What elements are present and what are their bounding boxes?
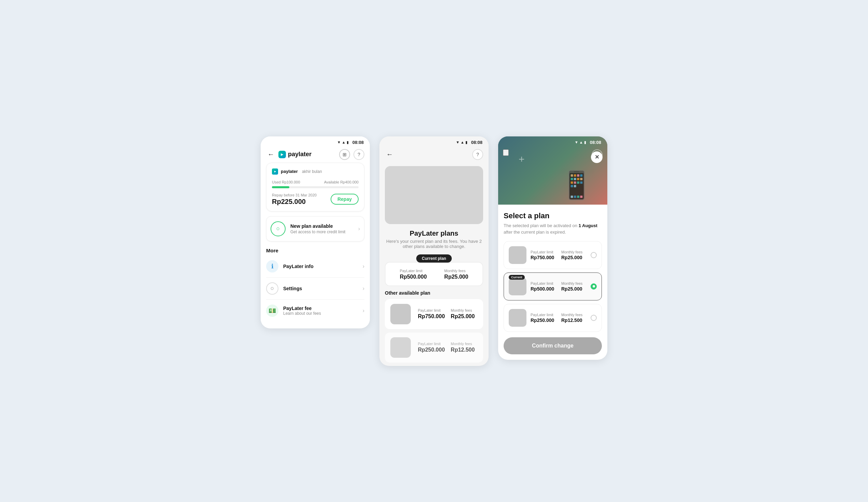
logo-area: paylater — [278, 151, 311, 158]
repay-button[interactable]: Repay — [331, 194, 359, 205]
plan-option-1[interactable]: Current PayLater limit Rp500.000 Monthly… — [504, 272, 602, 301]
back-button-3[interactable]: ← — [503, 149, 509, 156]
hero-plus-icon: + — [519, 154, 525, 165]
screen-2-content: PayLater plans Here's your current plan … — [380, 224, 488, 363]
plan-opt-limit-1: PayLater limit Rp500.000 — [530, 281, 556, 292]
confirm-change-button[interactable]: Confirm change — [504, 337, 602, 354]
nav-bar-1: ← paylater ⊞ ? — [261, 146, 370, 163]
plan-opt-fees-1: Monthly fees Rp25.000 — [561, 281, 587, 292]
radio-button-2[interactable] — [591, 315, 597, 321]
plan-option-0[interactable]: PayLater limit Rp750.000 Monthly fees Rp… — [504, 241, 602, 269]
status-icons-1: ▼ ▲ ▮ — [337, 140, 349, 145]
other-limit-detail-0: PayLater limit Rp750.000 — [418, 308, 445, 320]
status-bar-2: ▼ ▲ ▮ 08:08 — [380, 136, 488, 146]
menu-item-settings[interactable]: ○ Settings › — [266, 278, 364, 300]
screen-3-hero: ▼ ▲ ▮ 08:08 ← ? ✕ + 📱 — [498, 136, 607, 205]
new-plan-subtitle: Get access to more credit limit — [290, 230, 353, 234]
battery-icon: ▮ — [347, 140, 349, 145]
plan-option-thumb-0 — [509, 246, 526, 264]
plan-opt-limit-label-0: PayLater limit — [530, 250, 556, 254]
current-badge: Current — [509, 275, 525, 280]
menu-text-settings: Settings — [283, 286, 358, 291]
other-limit-value-1: Rp250.000 — [418, 347, 445, 353]
time-2: 08:08 — [471, 140, 483, 145]
other-plan-label: Other available plan — [380, 290, 488, 299]
progress-bar-bg — [272, 186, 359, 188]
scanner-icon: ⊞ — [343, 152, 347, 157]
plan-opt-fees-value-0: Rp25.000 — [561, 255, 587, 260]
signal-icon: ▼ — [337, 140, 341, 144]
paylater-logo-icon — [278, 151, 286, 158]
menu-subtitle-fee: Learn about our fees — [283, 311, 358, 316]
screen-2: ▼ ▲ ▮ 08:08 ← ? PayLater plans Here's yo… — [380, 136, 488, 366]
used-label: Used Rp100.000 — [272, 180, 300, 184]
other-plan-card-0[interactable]: PayLater limit Rp750.000 Monthly fees Rp… — [385, 299, 483, 329]
plan-option-info-1: PayLater limit Rp500.000 Monthly fees Rp… — [530, 281, 587, 292]
time-1: 08:08 — [352, 140, 364, 145]
card-logo-mark — [272, 168, 278, 175]
plan-opt-fees-label-2: Monthly fees — [561, 313, 587, 317]
plan-opt-limit-label-1: PayLater limit — [530, 281, 556, 285]
repay-label: Repay before 31 Mar 2020 — [272, 193, 317, 197]
help-button-2[interactable]: ? — [472, 149, 483, 160]
menu-title-settings: Settings — [283, 286, 358, 291]
back-button-1[interactable]: ← — [266, 150, 276, 159]
plan-opt-limit-2: PayLater limit Rp250.000 — [530, 313, 556, 323]
plan-opt-limit-value-0: Rp750.000 — [530, 255, 556, 260]
info-icon: ℹ — [266, 260, 278, 272]
other-fees-detail-1: Monthly fees Rp12.500 — [451, 342, 475, 353]
plan-option-2[interactable]: PayLater limit Rp250.000 Monthly fees Rp… — [504, 304, 602, 332]
nav-bar-2: ← ? — [380, 146, 488, 163]
radio-button-0[interactable] — [591, 252, 597, 258]
new-plan-icon: ○ — [271, 221, 286, 236]
new-plan-banner[interactable]: ○ New plan available Get access to more … — [266, 216, 364, 241]
status-bar-1: ▼ ▲ ▮ 08:08 — [261, 136, 370, 146]
menu-item-fee[interactable]: 💵 PayLater fee Learn about our fees › — [266, 300, 364, 322]
radio-button-1[interactable] — [591, 283, 597, 290]
new-plan-text: New plan available Get access to more cr… — [290, 223, 353, 234]
wifi-icon-3: ▲ — [579, 140, 583, 144]
wifi-icon: ▲ — [342, 140, 345, 144]
select-plan-desc: The selected plan will be activated on 1… — [504, 222, 602, 236]
close-button[interactable]: ✕ — [591, 151, 602, 163]
current-limit-value: Rp500.000 — [400, 274, 427, 280]
plan-opt-limit-0: PayLater limit Rp750.000 — [530, 250, 556, 260]
other-fees-label-0: Monthly fees — [451, 308, 475, 312]
repay-amount: Rp225.000 — [272, 198, 317, 206]
chevron-fee-icon: › — [363, 307, 364, 314]
menu-item-paylater-info[interactable]: ℹ PayLater info › — [266, 255, 364, 278]
nav-right-1: ⊞ ? — [339, 149, 364, 160]
card-logo-text: paylater — [281, 169, 298, 174]
current-fees-value: Rp25.000 — [444, 274, 468, 280]
plan-opt-limit-value-1: Rp500.000 — [530, 286, 556, 292]
screen-1-content: paylater akhir bulan Used Rp100.000 Avai… — [261, 163, 370, 328]
signal-icon-3: ▼ — [575, 140, 578, 144]
plan-option-thumb-2 — [509, 309, 526, 327]
desc-date: 1 August — [579, 223, 597, 228]
repay-info: Repay before 31 Mar 2020 Rp225.000 — [272, 193, 317, 206]
scanner-button[interactable]: ⊞ — [339, 149, 350, 160]
current-plan-pill: Current plan — [416, 254, 452, 263]
current-fees-label: Monthly fees — [444, 269, 468, 273]
plan-opt-fees-0: Monthly fees Rp25.000 — [561, 250, 587, 260]
other-limit-detail-1: PayLater limit Rp250.000 — [418, 342, 445, 353]
other-limit-label-1: PayLater limit — [418, 342, 445, 346]
plan-desc: Here's your current plan and its fees. Y… — [380, 239, 488, 254]
signal-icon-2: ▼ — [456, 140, 459, 144]
plan-info-1: PayLater limit Rp250.000 Monthly fees Rp… — [415, 342, 478, 353]
help-button-1[interactable]: ? — [353, 149, 364, 160]
menu-title-fee: PayLater fee — [283, 305, 358, 311]
other-plan-card-1[interactable]: PayLater limit Rp250.000 Monthly fees Rp… — [385, 333, 483, 363]
fee-icon: 💵 — [266, 305, 278, 317]
battery-icon-3: ▮ — [584, 140, 586, 145]
screen-3: ▼ ▲ ▮ 08:08 ← ? ✕ + 📱 Select a plan — [498, 136, 607, 360]
other-fees-label-1: Monthly fees — [451, 342, 475, 346]
status-icons-3: ▼ ▲ ▮ — [575, 140, 586, 145]
status-bar-3: ▼ ▲ ▮ 08:08 — [498, 136, 607, 146]
more-label: More — [266, 248, 364, 253]
status-icons-2: ▼ ▲ ▮ — [456, 140, 467, 145]
desc-post: after the current plan is expired. — [504, 230, 566, 234]
help-icon-2: ? — [476, 152, 479, 157]
back-button-2[interactable]: ← — [385, 150, 394, 159]
close-icon: ✕ — [595, 154, 599, 160]
